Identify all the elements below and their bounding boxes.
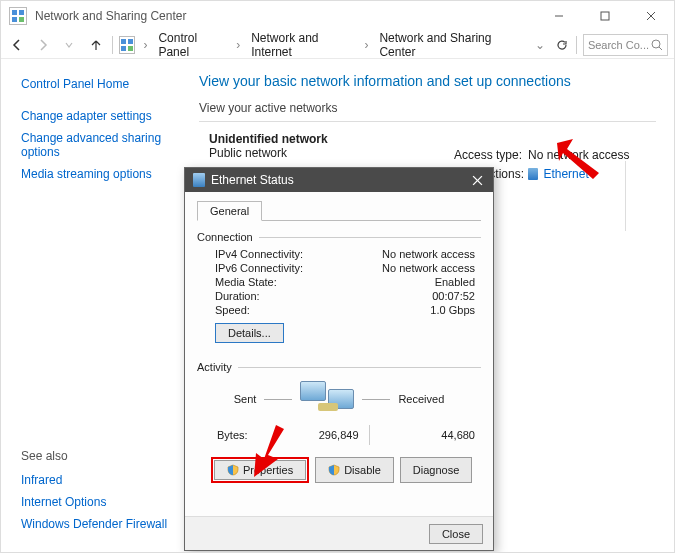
speed-label: Speed:	[215, 304, 250, 316]
ipv6-value: No network access	[382, 262, 475, 274]
disable-button[interactable]: Disable	[315, 457, 394, 483]
dialog-close-button[interactable]	[461, 168, 493, 192]
search-placeholder: Search Co...	[588, 39, 649, 51]
separator	[576, 36, 577, 54]
refresh-button[interactable]	[553, 36, 570, 54]
details-button[interactable]: Details...	[215, 323, 284, 343]
diagnose-button[interactable]: Diagnose	[400, 457, 472, 483]
nav-up-button[interactable]	[86, 34, 106, 56]
ethernet-status-dialog: Ethernet Status General Connection IPv4 …	[184, 167, 494, 551]
sidebar-link[interactable]: Change advanced sharing options	[21, 127, 171, 163]
dialog-title: Ethernet Status	[211, 173, 294, 187]
bytes-received-value: 44,680	[380, 429, 476, 441]
close-button[interactable]	[628, 1, 674, 31]
minimize-button[interactable]	[536, 1, 582, 31]
svg-rect-9	[128, 39, 133, 44]
duration-value: 00:07:52	[432, 290, 475, 302]
page-heading: View your basic network information and …	[199, 73, 656, 89]
maximize-button[interactable]	[582, 1, 628, 31]
group-activity-label: Activity	[197, 361, 232, 373]
shield-icon	[328, 464, 340, 476]
network-name: Unidentified network	[209, 132, 328, 146]
activity-icon	[300, 381, 354, 417]
ipv4-value: No network access	[382, 248, 475, 260]
chevron-right-icon: ›	[362, 38, 370, 52]
chevron-right-icon: ›	[234, 38, 242, 52]
search-input[interactable]: Search Co...	[583, 34, 668, 56]
sidebar-seealso-link[interactable]: Infrared	[21, 469, 171, 491]
chevron-down-icon[interactable]: ⌄	[533, 38, 547, 52]
annotation-arrow	[553, 139, 603, 179]
app-icon	[9, 7, 27, 25]
close-button[interactable]: Close	[429, 524, 483, 544]
ipv4-label: IPv4 Connectivity:	[215, 248, 303, 260]
breadcrumb-item[interactable]: Network and Sharing Center	[376, 29, 521, 61]
annotation-arrow	[248, 423, 298, 479]
sidebar-seealso-link[interactable]: Windows Defender Firewall	[21, 513, 171, 535]
nav-forward-button[interactable]	[33, 34, 53, 56]
window-title: Network and Sharing Center	[35, 9, 186, 23]
received-label: Received	[398, 393, 444, 405]
search-icon	[650, 38, 664, 55]
see-also-label: See also	[21, 445, 171, 469]
svg-rect-0	[12, 10, 17, 15]
chevron-right-icon: ›	[141, 38, 149, 52]
breadcrumb-item[interactable]: Network and Internet	[248, 29, 356, 61]
nav-back-button[interactable]	[7, 34, 27, 56]
svg-rect-5	[601, 12, 609, 20]
sidebar-link[interactable]: Change adapter settings	[21, 105, 171, 127]
svg-rect-1	[19, 10, 24, 15]
sidebar-link[interactable]: Media streaming options	[21, 163, 171, 185]
sent-label: Sent	[234, 393, 257, 405]
access-type-label: Access type:	[453, 147, 525, 163]
active-networks-label: View your active networks	[199, 101, 656, 115]
svg-line-13	[659, 47, 662, 50]
duration-label: Duration:	[215, 290, 260, 302]
ethernet-icon	[528, 168, 538, 180]
breadcrumb-icon	[119, 36, 136, 54]
breadcrumb-item[interactable]: Control Panel	[155, 29, 228, 61]
shield-icon	[227, 464, 239, 476]
ipv6-label: IPv6 Connectivity:	[215, 262, 303, 274]
sidebar-home-link[interactable]: Control Panel Home	[21, 73, 171, 97]
svg-rect-3	[19, 17, 24, 22]
speed-value: 1.0 Gbps	[430, 304, 475, 316]
svg-rect-10	[121, 46, 126, 51]
svg-marker-17	[254, 425, 284, 477]
recent-dropdown[interactable]	[59, 34, 79, 56]
svg-rect-11	[128, 46, 133, 51]
svg-rect-2	[12, 17, 17, 22]
separator	[112, 36, 113, 54]
media-state-value: Enabled	[435, 276, 475, 288]
tab-general[interactable]: General	[197, 201, 262, 221]
svg-point-12	[652, 40, 660, 48]
disable-button-label: Disable	[344, 464, 381, 476]
divider	[199, 121, 656, 122]
svg-marker-14	[557, 139, 599, 179]
svg-rect-8	[121, 39, 126, 44]
ethernet-icon	[193, 173, 205, 187]
group-connection-label: Connection	[197, 231, 253, 243]
media-state-label: Media State:	[215, 276, 277, 288]
sidebar-seealso-link[interactable]: Internet Options	[21, 491, 171, 513]
network-type: Public network	[209, 146, 328, 160]
